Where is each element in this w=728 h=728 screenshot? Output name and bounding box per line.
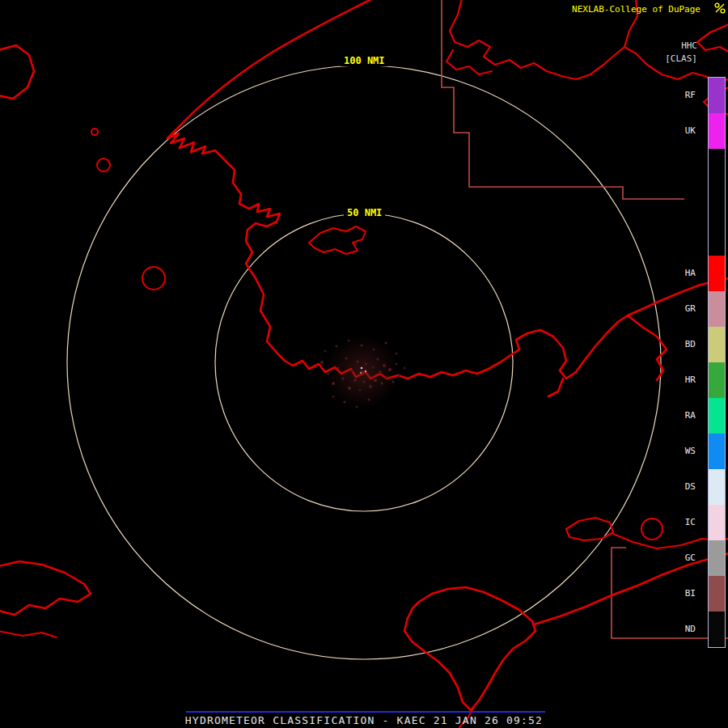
legend-label-gap4 — [660, 219, 696, 255]
product-codes: HHC [CLAS] — [665, 40, 697, 66]
legend-swatch-WS — [709, 434, 725, 469]
legend-label-IC: IC — [660, 504, 696, 540]
legend-label-GC: GC — [660, 540, 696, 575]
legend-label-WS: WS — [660, 433, 696, 468]
range-ring-label-50nmi: 50 NMI — [344, 207, 385, 218]
legend-swatch-UK — [709, 113, 725, 149]
legend-label-gap3 — [660, 184, 696, 219]
legend-swatch-HR — [709, 362, 725, 398]
brand-text: NEXLAB-College of DuPage — [572, 4, 700, 15]
small-lake-3 — [91, 129, 98, 135]
radar-display: 100 NMI 50 NMI NEXLAB-College of DuPage … — [0, 0, 728, 728]
legend-swatch-GR — [709, 291, 725, 327]
legend-swatch-BI — [709, 576, 725, 612]
legend-swatch-BD — [709, 327, 725, 362]
legend-label-BD: BD — [660, 326, 696, 362]
legend-label-BI: BI — [660, 575, 696, 611]
legend-label-RA: RA — [660, 397, 696, 433]
legend-labels: RFUKHAGRBDHRRAWSDSICGCBIND — [660, 77, 696, 646]
legend-swatch-DS — [709, 469, 725, 505]
legend-swatch-ND — [709, 612, 725, 647]
legend-swatch-IC — [709, 505, 725, 540]
legend-label-ND: ND — [660, 611, 696, 646]
legend-swatch-RA — [709, 398, 725, 434]
radar-echoes — [320, 335, 406, 409]
footer-divider-line — [186, 711, 545, 713]
product-code: HHC — [665, 40, 697, 53]
small-lake-1 — [97, 159, 110, 171]
product-title: HYDROMETEOR CLASSIFICATION - KAEC 21 JAN… — [0, 714, 728, 726]
legend-swatch-HA — [709, 256, 725, 291]
legend-label-GR: GR — [660, 290, 696, 326]
legend-swatch-gap4 — [709, 220, 725, 256]
legend-label-gap2 — [660, 148, 696, 184]
brand-icon — [714, 2, 726, 14]
legend-label-RF: RF — [660, 77, 696, 112]
small-lake-2 — [142, 267, 165, 290]
legend-swatch-RF — [709, 78, 725, 113]
legend-label-HA: HA — [660, 255, 696, 290]
legend-label-HR: HR — [660, 362, 696, 397]
range-ring-label-100nmi: 100 NMI — [341, 55, 388, 66]
legend-colorbar — [708, 77, 726, 648]
legend-swatch-gap3 — [709, 184, 725, 220]
legend-swatch-gap2 — [709, 149, 725, 184]
legend-label-DS: DS — [660, 468, 696, 504]
product-tag: [CLAS] — [665, 53, 697, 66]
legend-swatch-GC — [709, 540, 725, 576]
radar-map — [0, 0, 728, 728]
legend-label-UK: UK — [660, 112, 696, 148]
